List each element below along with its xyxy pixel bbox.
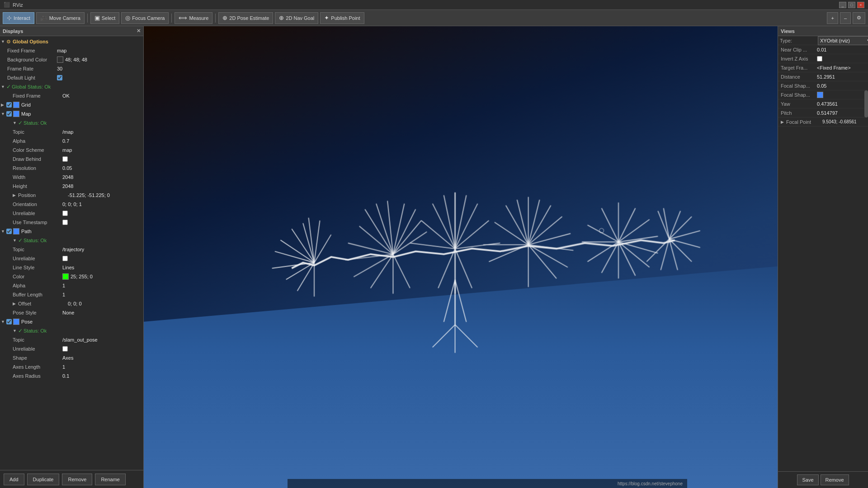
select-button[interactable]: ▣ Select <box>90 12 120 24</box>
path-checkbox[interactable] <box>6 229 12 234</box>
svg-line-60 <box>602 242 618 273</box>
path-unreliable-checkbox[interactable] <box>62 256 68 261</box>
right-panel: Views Type: XYOrbit (rviz) Orbit (rviz) … <box>778 26 868 488</box>
maximize-button[interactable]: □ <box>848 2 855 8</box>
svg-line-46 <box>528 245 557 279</box>
expand-map-status-icon: ▼ <box>13 121 18 125</box>
close-displays-icon[interactable]: ✕ <box>137 28 141 34</box>
yaw-label: Yaw <box>781 101 817 107</box>
plus-button[interactable]: + <box>827 12 838 24</box>
map-orientation-value: 0; 0; 0; 1 <box>62 202 143 207</box>
map-alpha-row: Alpha 0.7 <box>0 136 143 145</box>
settings-button[interactable]: ⚙ <box>853 12 865 24</box>
pose-color-swatch <box>13 319 19 325</box>
remove-button[interactable]: Remove <box>62 474 92 485</box>
displays-header: Displays ✕ <box>0 26 143 36</box>
expand-focal-icon: ▶ <box>781 120 786 124</box>
pose-topic-row: Topic /slam_out_pose <box>0 335 143 344</box>
camera-type-row: Type: XYOrbit (rviz) Orbit (rviz) TopDow… <box>778 36 868 45</box>
svg-line-14 <box>393 204 404 254</box>
svg-line-56 <box>618 242 658 253</box>
minus-button[interactable]: – <box>840 12 851 24</box>
close-button[interactable]: × <box>857 2 864 8</box>
camera-remove-button[interactable]: Remove <box>821 474 849 485</box>
pose-checkbox[interactable] <box>6 319 12 324</box>
invert-z-row: Invert Z Axis <box>778 54 868 63</box>
map-status-row: ▼ ✓ Status: Ok <box>0 118 143 127</box>
svg-line-37 <box>506 205 528 244</box>
map-width-row: Width 2048 <box>0 173 143 182</box>
map-header[interactable]: ▼ Map <box>0 109 143 118</box>
interact-button[interactable]: ⊹ Interact <box>3 12 34 24</box>
frame-rate-value: 30 <box>57 66 143 71</box>
path-unreliable-row: Unreliable <box>0 254 143 263</box>
pitch-value: 0.514797 <box>817 110 838 116</box>
bottom-panel: Add Duplicate Remove Rename <box>0 470 143 488</box>
move-camera-button[interactable]: 🎥 Move Camera <box>36 12 85 24</box>
map-draw-behind-checkbox[interactable] <box>62 156 68 162</box>
duplicate-button[interactable]: Duplicate <box>27 474 60 485</box>
2d-pose-button[interactable]: ⊕ 2D Pose Estimate <box>218 12 273 24</box>
fixed-frame-label: Fixed Frame <box>7 48 57 53</box>
map-unreliable-checkbox[interactable] <box>62 211 68 216</box>
focus-icon: ◎ <box>125 14 130 21</box>
global-status-header[interactable]: ▼ ✓ Global Status: Ok <box>0 82 143 91</box>
save-button[interactable]: Save <box>797 474 818 485</box>
tree-area[interactable]: ▼ ⚙ Global Options Fixed Frame map Backg… <box>0 36 143 470</box>
invert-z-checkbox[interactable] <box>817 56 822 61</box>
svg-line-6 <box>297 263 314 291</box>
svg-line-78 <box>455 325 478 347</box>
window-controls: _ □ × <box>839 2 864 8</box>
axes-radius-row: Axes Radius 0.1 <box>0 371 143 380</box>
pose-unreliable-checkbox[interactable] <box>62 346 68 352</box>
toolbar: ⊹ Interact 🎥 Move Camera ▣ Select ◎ Focu… <box>0 10 868 26</box>
add-button[interactable]: Add <box>4 474 24 485</box>
minimize-button[interactable]: _ <box>839 2 846 8</box>
pose-header[interactable]: ▼ Pose <box>0 317 143 326</box>
path-color-swatch-value[interactable] <box>62 273 69 280</box>
default-light-checkbox[interactable] <box>57 75 62 80</box>
svg-line-57 <box>618 242 650 267</box>
global-options-header[interactable]: ▼ ⚙ Global Options <box>0 37 143 46</box>
pose-unreliable-label: Unreliable <box>13 346 62 352</box>
target-frame-value: <Fixed Frame> <box>817 65 851 70</box>
map-timestamp-checkbox[interactable] <box>62 220 68 225</box>
select-icon: ▣ <box>94 14 100 21</box>
focal-shape-2-swatch[interactable] <box>817 92 823 98</box>
focus-camera-button[interactable]: ◎ Focus Camera <box>121 12 169 24</box>
map-color-scheme-row: Color Scheme map <box>0 145 143 155</box>
camera-type-select[interactable]: XYOrbit (rviz) Orbit (rviz) TopDownOrtho… <box>818 36 868 45</box>
map-checkbox[interactable] <box>6 111 12 117</box>
map-resolution-label: Resolution <box>13 165 62 171</box>
near-clip-value: 0.01 <box>817 47 826 52</box>
2d-nav-button[interactable]: ⊕ 2D Nav Goal <box>275 12 318 24</box>
measure-button[interactable]: ⟺ Measure <box>175 12 212 24</box>
grid-color-swatch <box>13 102 19 108</box>
yaw-value: 0.473561 <box>817 101 838 107</box>
svg-line-36 <box>455 243 500 249</box>
focal-shape-1-label: Focal Shap... <box>781 83 817 89</box>
distance-row: Distance 51.2951 <box>778 72 868 81</box>
svg-line-44 <box>528 245 574 250</box>
path-header[interactable]: ▼ Path <box>0 227 143 236</box>
publish-point-button[interactable]: ✦ Publish Point <box>320 12 364 24</box>
background-color-value: 48; 48; 48 <box>65 57 143 62</box>
map-status-label: Status: Ok <box>24 120 47 126</box>
grid-checkbox[interactable] <box>6 102 12 108</box>
map-label: Map <box>21 111 31 117</box>
interact-icon: ⊹ <box>7 14 12 21</box>
fixed-frame-value: map <box>57 48 143 53</box>
map-color-swatch <box>13 111 19 117</box>
grid-header[interactable]: ▶ Grid <box>0 100 143 109</box>
distance-label: Distance <box>781 74 817 80</box>
default-light-row: Default Light <box>0 73 143 82</box>
rename-button[interactable]: Rename <box>95 474 126 485</box>
expand-grid-icon: ▶ <box>1 103 6 107</box>
svg-line-64 <box>669 211 680 239</box>
target-frame-row: Target Fra... <Fixed Frame> <box>778 63 868 72</box>
viewport-canvas[interactable]: https://blog.csdn.net/stevephone <box>144 26 778 488</box>
viewport[interactable]: https://blog.csdn.net/stevephone <box>144 26 778 488</box>
background-color-swatch[interactable] <box>57 56 63 63</box>
expand-pose-icon: ▼ <box>1 319 6 324</box>
path-color-row: Color 25; 255; 0 <box>0 272 143 281</box>
